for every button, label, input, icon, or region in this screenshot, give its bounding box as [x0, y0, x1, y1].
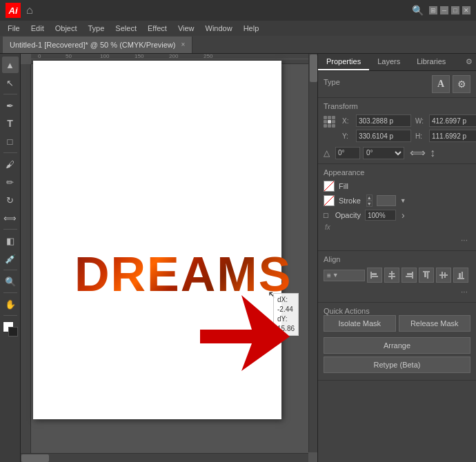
opacity-input[interactable]: [365, 210, 396, 221]
type-icon[interactable]: A: [432, 75, 450, 93]
tab-close-button[interactable]: ×: [181, 41, 185, 48]
menu-bar: File Edit Object Type Select Effect View…: [0, 21, 476, 36]
svg-rect-18: [462, 272, 463, 278]
stroke-color-swatch[interactable]: [377, 195, 396, 206]
align-more-options[interactable]: ···: [324, 285, 470, 298]
align-right-edge-button[interactable]: [401, 268, 417, 283]
svg-rect-15: [444, 272, 446, 278]
w-label: W:: [415, 117, 426, 125]
align-to-dropdown[interactable]: ≡ ▼: [324, 270, 365, 281]
fx-label: fx: [325, 223, 470, 231]
svg-rect-5: [389, 273, 395, 274]
opacity-row: □ Opacity ›: [324, 210, 470, 221]
opacity-expand-icon[interactable]: ›: [401, 210, 405, 221]
menu-effect[interactable]: Effect: [143, 23, 172, 34]
flip-v-icon[interactable]: ↕: [430, 147, 435, 159]
arrange-button[interactable]: Arrange: [324, 337, 470, 354]
tab-libraries[interactable]: Libraries: [408, 54, 454, 70]
align-top-edge-button[interactable]: [419, 268, 434, 283]
x-input[interactable]: [356, 114, 411, 127]
pencil-tool[interactable]: ✏: [2, 174, 19, 190]
paintbrush-tool[interactable]: 🖌: [2, 156, 19, 172]
w-input[interactable]: [429, 114, 476, 127]
menu-object[interactable]: Object: [50, 23, 82, 34]
dreams-text: DREAMS: [75, 247, 292, 302]
svg-rect-4: [391, 271, 393, 279]
tab-properties[interactable]: Properties: [318, 54, 369, 70]
y-transform-row: Y:: [342, 130, 411, 142]
menu-help[interactable]: Help: [239, 23, 264, 34]
rotate-tool[interactable]: ↻: [2, 192, 19, 208]
tab-bar: Untitled-1 [Recovered]* @ 50 % (CMYK/Pre…: [0, 36, 476, 54]
flip-h-icon[interactable]: ⟺: [410, 146, 426, 159]
type-settings-icon[interactable]: ⚙: [453, 75, 470, 93]
home-icon[interactable]: ⌂: [26, 4, 33, 17]
angle-row: △ 0° ⟺ ↕: [324, 146, 470, 159]
appearance-section-title: Appearance: [324, 168, 364, 177]
x-label: X:: [342, 117, 353, 125]
direct-select-tool[interactable]: ↖: [2, 74, 19, 91]
left-toolbar: ▲ ↖ ✒ T □ 🖌 ✏ ↻ ⟺ ◧ 💉 🔍 ✋: [0, 54, 21, 462]
release-mask-button[interactable]: Release Mask: [399, 315, 471, 332]
align-section-title: Align: [324, 255, 340, 263]
horizontal-scrollbar[interactable]: [21, 453, 308, 462]
fill-swatch[interactable]: [324, 181, 335, 192]
menu-select[interactable]: Select: [110, 23, 141, 34]
text-tool[interactable]: T: [2, 115, 19, 132]
y-input[interactable]: [356, 130, 411, 142]
toolbar-separator-2: [3, 152, 17, 153]
stroke-down[interactable]: ▼: [366, 201, 373, 207]
tab-layers[interactable]: Layers: [369, 54, 408, 70]
angle-icon: △: [324, 148, 330, 158]
h-transform-row: H:: [415, 130, 476, 142]
menu-type[interactable]: Type: [83, 23, 110, 34]
appearance-section: Appearance Fill Stroke ▲ ▼ ▼: [318, 164, 476, 251]
angle-dropdown[interactable]: 0°: [363, 147, 404, 159]
svg-rect-7: [412, 272, 413, 279]
align-dropdown-arrow[interactable]: ▼: [333, 272, 339, 279]
menu-window[interactable]: Window: [201, 23, 237, 34]
gradient-tool[interactable]: ◧: [2, 232, 19, 249]
h-input[interactable]: [429, 130, 476, 142]
fill-stroke-indicator[interactable]: [3, 321, 18, 337]
zoom-tool[interactable]: 🔍: [2, 273, 19, 290]
minimize-button[interactable]: ─: [440, 6, 448, 14]
stroke-up[interactable]: ▲: [366, 194, 373, 201]
horizontal-scroll-thumb[interactable]: [21, 454, 49, 462]
menu-view[interactable]: View: [173, 23, 199, 34]
menu-file[interactable]: File: [3, 23, 25, 34]
search-icon[interactable]: 🔍: [412, 5, 424, 16]
panel-options-icon[interactable]: ⚙: [462, 54, 476, 70]
stroke-stepper[interactable]: ▲ ▼: [366, 194, 373, 207]
reflect-tool[interactable]: ⟺: [2, 210, 19, 226]
eyedropper-tool[interactable]: 💉: [2, 250, 19, 267]
appearance-more-options[interactable]: ···: [324, 234, 470, 246]
align-bottom-edge-button[interactable]: [453, 268, 468, 283]
retype-beta-button[interactable]: Retype (Beta): [324, 356, 470, 373]
close-button[interactable]: ✕: [462, 6, 470, 14]
maximize-button[interactable]: □: [451, 6, 459, 14]
toolbar-separator-6: [3, 315, 17, 316]
window-controls[interactable]: ⊞ ─ □ ✕: [429, 6, 470, 14]
angle-input[interactable]: [335, 147, 360, 159]
select-tool[interactable]: ▲: [2, 57, 19, 73]
stroke-dropdown-arrow[interactable]: ▼: [400, 197, 406, 204]
fill-row: Fill: [324, 181, 470, 192]
align-to-label: ≡: [327, 272, 331, 279]
align-center-v-button[interactable]: [436, 268, 451, 283]
vertical-scroll-thumb[interactable]: [310, 54, 317, 82]
red-arrow: [200, 295, 290, 371]
stroke-swatch[interactable]: [324, 195, 335, 206]
transform-origin-grid[interactable]: [324, 116, 335, 128]
hand-tool[interactable]: ✋: [2, 296, 19, 312]
shape-tool[interactable]: □: [2, 133, 19, 150]
isolate-mask-button[interactable]: Isolate Mask: [324, 315, 396, 332]
grid-icon[interactable]: ⊞: [429, 6, 437, 14]
document-tab[interactable]: Untitled-1 [Recovered]* @ 50 % (CMYK/Pre…: [3, 37, 192, 53]
vertical-scrollbar[interactable]: [308, 54, 317, 452]
pen-tool[interactable]: ✒: [2, 97, 19, 114]
align-left-edge-button[interactable]: [367, 268, 382, 283]
align-center-h-button[interactable]: [384, 268, 399, 283]
menu-edit[interactable]: Edit: [26, 23, 49, 34]
panel-tabs: Properties Layers Libraries ⚙: [318, 54, 476, 71]
